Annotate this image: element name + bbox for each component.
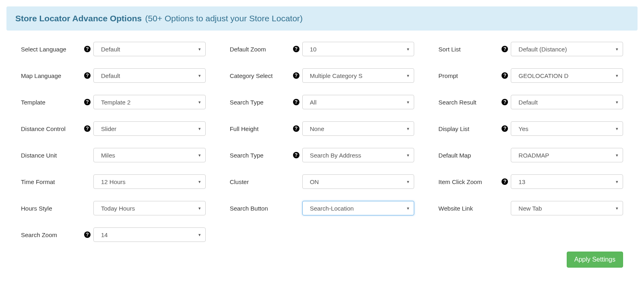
search-type-all-select[interactable]: All bbox=[302, 95, 415, 109]
field-website-link: Website LinkNew Tab bbox=[438, 201, 623, 215]
category-select-select[interactable]: Multiple Category S bbox=[302, 68, 415, 83]
search-zoom-help-cell: ? bbox=[81, 231, 93, 238]
prompt-select-wrap: GEOLOCATION D bbox=[511, 68, 623, 83]
help-icon[interactable]: ? bbox=[293, 46, 299, 52]
default-map-select-wrap: ROADMAP bbox=[511, 148, 623, 162]
field-search-button: Search ButtonSearch-Location bbox=[230, 201, 415, 215]
hours-style-label: Hours Style bbox=[21, 205, 81, 212]
hours-style-select-wrap: Today Hours bbox=[93, 201, 206, 215]
template-select[interactable]: Template 2 bbox=[93, 95, 206, 109]
panel-header: Store Locator Advance Options (50+ Optio… bbox=[6, 6, 638, 31]
full-height-label: Full Height bbox=[230, 125, 290, 132]
help-icon[interactable]: ? bbox=[84, 72, 91, 79]
prompt-select[interactable]: GEOLOCATION D bbox=[511, 68, 623, 83]
help-icon[interactable]: ? bbox=[84, 231, 91, 238]
select-language-select[interactable]: Default bbox=[93, 42, 206, 56]
help-icon[interactable]: ? bbox=[84, 125, 91, 132]
display-list-select[interactable]: Yes bbox=[511, 121, 623, 136]
search-zoom-label: Search Zoom bbox=[21, 231, 81, 238]
category-select-help-cell: ? bbox=[290, 72, 302, 79]
panel-title: Store Locator Advance Options bbox=[15, 14, 142, 23]
template-select-wrap: Template 2 bbox=[93, 95, 206, 109]
time-format-select[interactable]: 12 Hours bbox=[93, 174, 206, 189]
search-zoom-select[interactable]: 14 bbox=[93, 227, 206, 242]
help-icon[interactable]: ? bbox=[502, 125, 508, 132]
apply-settings-button[interactable]: Apply Settings bbox=[567, 252, 623, 268]
search-zoom-select-wrap: 14 bbox=[93, 227, 206, 242]
field-hours-style: Hours StyleToday Hours bbox=[21, 201, 206, 215]
help-icon[interactable]: ? bbox=[502, 99, 508, 105]
field-distance-unit: Distance UnitMiles bbox=[21, 148, 206, 162]
help-icon[interactable]: ? bbox=[293, 125, 299, 132]
select-language-select-wrap: Default bbox=[93, 42, 206, 56]
help-icon[interactable]: ? bbox=[293, 99, 299, 105]
help-icon[interactable]: ? bbox=[84, 46, 91, 52]
full-height-select-wrap: None bbox=[302, 121, 415, 136]
default-map-select[interactable]: ROADMAP bbox=[511, 148, 623, 162]
empty-cell bbox=[230, 227, 415, 242]
default-zoom-label: Default Zoom bbox=[230, 46, 290, 53]
hours-style-select[interactable]: Today Hours bbox=[93, 201, 206, 215]
help-icon[interactable]: ? bbox=[84, 99, 91, 105]
field-category-select: Category Select?Multiple Category S bbox=[230, 68, 415, 83]
distance-unit-select[interactable]: Miles bbox=[93, 148, 206, 162]
help-icon[interactable]: ? bbox=[502, 72, 508, 79]
website-link-select[interactable]: New Tab bbox=[511, 201, 623, 215]
display-list-help-cell: ? bbox=[499, 125, 511, 132]
search-result-select[interactable]: Default bbox=[511, 95, 623, 109]
item-click-zoom-select[interactable]: 13 bbox=[511, 174, 623, 189]
distance-control-help-cell: ? bbox=[81, 125, 93, 132]
template-help-cell: ? bbox=[81, 99, 93, 105]
field-search-type-address: Search Type?Search By Address bbox=[230, 148, 415, 162]
map-language-select[interactable]: Default bbox=[93, 68, 206, 83]
map-language-label: Map Language bbox=[21, 72, 81, 79]
search-result-label: Search Result bbox=[438, 99, 499, 106]
category-select-select-wrap: Multiple Category S bbox=[302, 68, 415, 83]
distance-unit-label: Distance Unit bbox=[21, 152, 81, 159]
sort-list-help-cell: ? bbox=[499, 46, 511, 52]
help-icon[interactable]: ? bbox=[293, 72, 299, 79]
field-map-language: Map Language?Default bbox=[21, 68, 206, 83]
field-cluster: ClusterON bbox=[230, 174, 415, 189]
search-button-select[interactable]: Search-Location bbox=[302, 201, 415, 215]
panel-subtitle: (50+ Options to adjust your Store Locato… bbox=[145, 14, 303, 23]
search-type-all-select-wrap: All bbox=[302, 95, 415, 109]
display-list-select-wrap: Yes bbox=[511, 121, 623, 136]
sort-list-select[interactable]: Default (Distance) bbox=[511, 42, 623, 56]
map-language-help-cell: ? bbox=[81, 72, 93, 79]
sort-list-label: Sort List bbox=[438, 46, 499, 53]
default-zoom-select-wrap: 10 bbox=[302, 42, 415, 56]
item-click-zoom-label: Item Click Zoom bbox=[438, 178, 499, 185]
cluster-select-wrap: ON bbox=[302, 174, 415, 189]
search-type-all-help-cell: ? bbox=[290, 99, 302, 105]
select-language-help-cell: ? bbox=[81, 46, 93, 52]
select-language-label: Select Language bbox=[21, 46, 81, 53]
cluster-select[interactable]: ON bbox=[302, 174, 415, 189]
map-language-select-wrap: Default bbox=[93, 68, 206, 83]
help-icon[interactable]: ? bbox=[293, 152, 299, 158]
website-link-select-wrap: New Tab bbox=[511, 201, 623, 215]
field-item-click-zoom: Item Click Zoom?13 bbox=[438, 174, 623, 189]
search-type-address-label: Search Type bbox=[230, 152, 290, 159]
full-height-select[interactable]: None bbox=[302, 121, 415, 136]
search-type-address-select[interactable]: Search By Address bbox=[302, 148, 415, 162]
field-template: Template?Template 2 bbox=[21, 95, 206, 109]
search-button-select-wrap: Search-Location bbox=[302, 201, 415, 215]
default-zoom-help-cell: ? bbox=[290, 46, 302, 52]
options-grid: Select Language?DefaultDefault Zoom?10So… bbox=[6, 42, 638, 252]
help-icon[interactable]: ? bbox=[502, 46, 508, 52]
prompt-label: Prompt bbox=[438, 72, 499, 79]
footer: Apply Settings bbox=[6, 252, 638, 268]
time-format-select-wrap: 12 Hours bbox=[93, 174, 206, 189]
field-distance-control: Distance Control?Slider bbox=[21, 121, 206, 136]
field-full-height: Full Height?None bbox=[230, 121, 415, 136]
search-result-help-cell: ? bbox=[499, 99, 511, 105]
search-button-label: Search Button bbox=[230, 205, 290, 212]
field-default-zoom: Default Zoom?10 bbox=[230, 42, 415, 56]
default-zoom-select[interactable]: 10 bbox=[302, 42, 415, 56]
full-height-help-cell: ? bbox=[290, 125, 302, 132]
distance-control-select[interactable]: Slider bbox=[93, 121, 206, 136]
help-icon[interactable]: ? bbox=[502, 178, 508, 185]
search-type-address-help-cell: ? bbox=[290, 152, 302, 158]
search-type-address-select-wrap: Search By Address bbox=[302, 148, 415, 162]
